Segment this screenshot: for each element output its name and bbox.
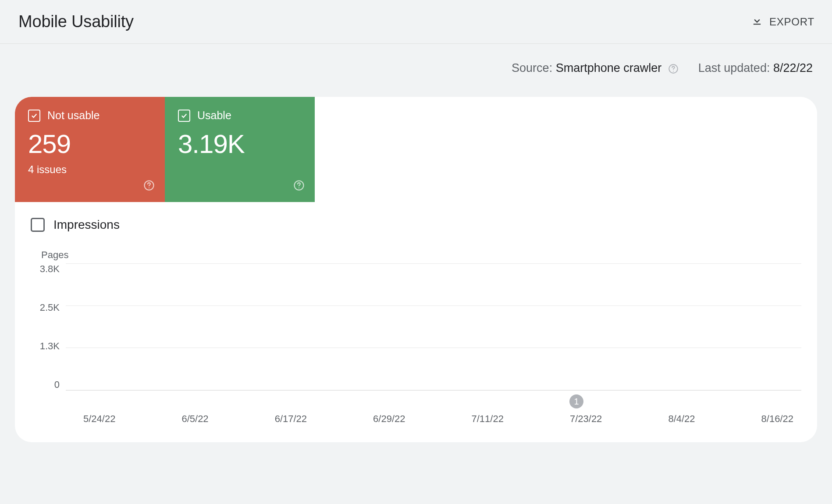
impressions-label: Impressions	[53, 218, 120, 232]
main-card: Not usable 259 4 issues Usable 3.19K Imp…	[15, 97, 817, 442]
not-usable-issues: 4 issues	[28, 163, 152, 176]
export-button[interactable]: EXPORT	[751, 14, 814, 29]
not-usable-value: 259	[28, 129, 152, 159]
y-tick: 0	[31, 379, 60, 390]
x-tick: 7/23/22	[570, 413, 602, 425]
y-tick: 1.3K	[31, 341, 60, 352]
y-tick: 2.5K	[31, 302, 60, 313]
metric-cards-row: Not usable 259 4 issues Usable 3.19K	[15, 97, 817, 202]
not-usable-label: Not usable	[47, 109, 100, 122]
x-tick: 7/11/22	[472, 413, 504, 425]
help-icon[interactable]	[668, 63, 679, 75]
download-icon	[751, 14, 763, 29]
usable-card[interactable]: Usable 3.19K	[165, 97, 315, 202]
usable-label: Usable	[197, 109, 231, 122]
impressions-toggle-row: Impressions	[15, 202, 817, 236]
x-tick: 8/4/22	[668, 413, 695, 425]
page-title: Mobile Usability	[18, 12, 134, 31]
x-tick: 6/29/22	[373, 413, 405, 425]
y-tick: 3.8K	[31, 263, 60, 275]
impressions-checkbox[interactable]	[31, 218, 45, 232]
meta-row: Source: Smartphone crawler Last updated:…	[0, 44, 832, 97]
chart-bars	[83, 263, 801, 390]
chart-x-axis: 5/24/226/5/226/17/226/29/227/11/227/23/2…	[83, 413, 793, 425]
help-icon[interactable]	[143, 179, 155, 193]
x-tick: 8/16/22	[761, 413, 793, 425]
not-usable-card[interactable]: Not usable 259 4 issues	[15, 97, 165, 202]
last-updated-value: 8/22/22	[773, 61, 813, 75]
chart-y-axis: 3.8K2.5K1.3K0	[31, 263, 66, 390]
help-icon[interactable]	[293, 179, 305, 193]
chart-area: Pages 3.8K2.5K1.3K0 1 5/24/226/5/226/17/…	[15, 236, 817, 442]
checkbox-checked-icon[interactable]	[28, 110, 40, 122]
last-updated-info: Last updated: 8/22/22	[698, 61, 813, 75]
last-updated-label: Last updated:	[698, 61, 773, 75]
x-tick: 5/24/22	[83, 413, 115, 425]
x-tick: 6/5/22	[181, 413, 208, 425]
chart-y-label: Pages	[41, 249, 801, 261]
source-info: Source: Smartphone crawler	[512, 61, 679, 75]
usable-value: 3.19K	[178, 129, 302, 159]
checkbox-checked-icon[interactable]	[178, 110, 190, 122]
source-label: Source:	[512, 61, 556, 75]
chart-plot[interactable]: 1	[66, 263, 801, 390]
page-header: Mobile Usability EXPORT	[0, 0, 832, 44]
export-label: EXPORT	[769, 16, 814, 28]
x-tick: 6/17/22	[275, 413, 307, 425]
chart-marker[interactable]: 1	[569, 394, 583, 408]
source-value: Smartphone crawler	[556, 61, 662, 75]
